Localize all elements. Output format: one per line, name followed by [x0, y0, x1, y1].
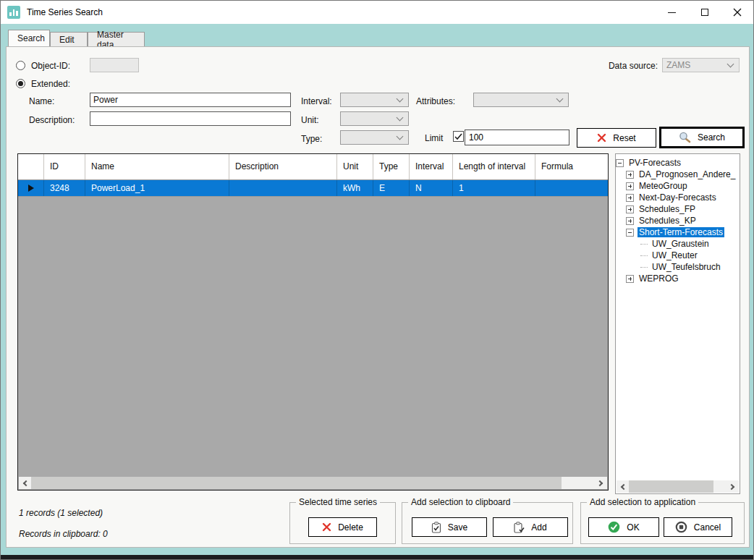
- group-selected-time-series: Selected time series Delete: [289, 502, 396, 544]
- tree-item[interactable]: Next-Day-Forecasts: [626, 192, 740, 203]
- table-row[interactable]: 3248 PowerLoad_1 kWh E N 1: [18, 180, 608, 197]
- limit-spinner[interactable]: [465, 130, 569, 145]
- tree-item[interactable]: UW_Graustein: [640, 238, 740, 250]
- close-button[interactable]: [721, 1, 753, 24]
- tree-item[interactable]: Schedules_KP: [626, 215, 740, 226]
- clipboard-status: Records in clipboard: 0: [19, 529, 108, 539]
- cancel-label: Cancel: [694, 522, 721, 533]
- tree-item[interactable]: Schedules_FP: [626, 203, 740, 215]
- unit-label: Unit:: [301, 115, 319, 125]
- expand-icon[interactable]: [626, 217, 634, 225]
- tree-item[interactable]: DA_Prognosen_Andere_: [626, 169, 740, 180]
- name-label: Name:: [29, 96, 54, 106]
- extended-radio[interactable]: [16, 79, 25, 88]
- add-label: Add: [531, 522, 546, 533]
- scroll-right-icon[interactable]: [595, 477, 607, 489]
- cell-length-of-interval: 1: [453, 180, 535, 196]
- tab-edit[interactable]: Edit: [50, 32, 88, 46]
- search-tab-page: Object-ID: Data source: ZAMS Extended: N…: [6, 46, 750, 548]
- column-header-description[interactable]: Description: [229, 154, 337, 179]
- data-source-value: ZAMS: [666, 60, 690, 70]
- tree-item[interactable]: MeteoGroup: [626, 180, 740, 192]
- group-add-to-application: Add selection to application OK Cancel: [580, 502, 745, 544]
- green-check-circle-icon: [608, 521, 620, 533]
- tab-edit-label: Edit: [59, 35, 75, 45]
- maximize-icon: [701, 9, 708, 16]
- data-source-label: Data source:: [606, 61, 658, 71]
- type-combo: [340, 130, 409, 145]
- name-input[interactable]: [90, 93, 291, 107]
- red-x-icon: [597, 133, 606, 143]
- limit-checkbox[interactable]: [453, 131, 464, 142]
- tree-item-label: Schedules_KP: [637, 216, 698, 226]
- maximize-button[interactable]: [688, 1, 721, 24]
- chevron-down-icon: [556, 95, 564, 102]
- scrollbar-thumb[interactable]: [629, 480, 713, 493]
- tree-item[interactable]: UW_Reuter: [640, 250, 740, 261]
- column-header-name[interactable]: Name: [85, 154, 229, 179]
- save-button[interactable]: Save: [412, 517, 487, 537]
- tree-item-label: UW_Graustein: [651, 239, 711, 249]
- limit-value-input[interactable]: [465, 130, 585, 145]
- column-header-length-of-interval[interactable]: Length of interval: [453, 154, 535, 179]
- reset-label: Reset: [613, 133, 635, 143]
- tab-search[interactable]: Search: [8, 30, 50, 46]
- column-header-formula[interactable]: Formula: [535, 154, 608, 179]
- attributes-combo: [473, 93, 569, 107]
- cell-description: [229, 180, 337, 196]
- ok-button[interactable]: OK: [588, 517, 659, 537]
- scroll-right-icon[interactable]: [727, 480, 739, 493]
- app-bar-chart-icon: [7, 6, 20, 19]
- tree-item-label: Short-Term-Forecasts: [637, 227, 724, 237]
- expand-icon[interactable]: [626, 275, 634, 283]
- scroll-left-icon[interactable]: [19, 477, 31, 489]
- collapse-icon[interactable]: [626, 229, 634, 237]
- description-input[interactable]: [90, 111, 291, 126]
- grid-header-row: ID Name Description Unit Type Interval L…: [18, 154, 608, 180]
- object-id-radio[interactable]: [16, 61, 25, 70]
- search-label: Search: [698, 132, 725, 143]
- records-status: 1 records (1 selected): [19, 508, 103, 518]
- interval-label: Interval:: [301, 96, 332, 106]
- collapse-icon[interactable]: [616, 159, 624, 167]
- expand-icon[interactable]: [626, 205, 634, 213]
- reset-button[interactable]: Reset: [577, 128, 656, 148]
- minimize-button[interactable]: [656, 1, 688, 24]
- red-x-icon: [322, 522, 331, 532]
- search-button[interactable]: Search: [659, 127, 745, 148]
- tree-item[interactable]: PV-Forecasts: [616, 157, 740, 169]
- header-row-selector: [18, 154, 44, 179]
- column-header-type[interactable]: Type: [373, 154, 410, 179]
- column-header-unit[interactable]: Unit: [337, 154, 373, 179]
- expand-icon[interactable]: [626, 182, 634, 190]
- data-source-combo: ZAMS: [662, 58, 740, 72]
- row-selector[interactable]: [18, 180, 44, 196]
- attributes-label: Attributes:: [416, 96, 455, 106]
- scrollbar-thumb[interactable]: [31, 477, 562, 489]
- tree-connector: [640, 244, 648, 245]
- scroll-left-icon[interactable]: [617, 480, 629, 493]
- tree-item-label: PV-Forecasts: [627, 158, 682, 168]
- current-row-arrow-icon: [28, 184, 34, 192]
- delete-button[interactable]: Delete: [308, 517, 377, 537]
- grid-horizontal-scrollbar[interactable]: [19, 477, 607, 489]
- time-series-search-window: Time Series Search Search Edit Master da…: [0, 0, 754, 560]
- group-title: Add selection to application: [587, 497, 698, 507]
- add-button[interactable]: Add: [493, 517, 568, 537]
- expand-icon[interactable]: [626, 194, 634, 202]
- tree-item-selected[interactable]: Short-Term-Forecasts: [626, 226, 740, 238]
- tree-item[interactable]: UW_Teufelsbruch: [640, 261, 740, 273]
- tree-horizontal-scrollbar[interactable]: [617, 480, 739, 493]
- group-title: Add selection to clipboard: [408, 497, 513, 507]
- tree-item[interactable]: WEPROG: [626, 273, 740, 284]
- interval-combo: [340, 93, 409, 107]
- cancel-button[interactable]: Cancel: [664, 517, 732, 537]
- background-window-strip: [1, 555, 753, 559]
- tab-master-data[interactable]: Master data: [88, 32, 145, 46]
- expand-icon[interactable]: [626, 171, 634, 179]
- column-header-id[interactable]: ID: [44, 154, 85, 179]
- column-header-interval[interactable]: Interval: [410, 154, 453, 179]
- close-icon: [733, 8, 742, 17]
- cell-name: PowerLoad_1: [85, 180, 229, 196]
- group-add-to-clipboard: Add selection to clipboard Save Add: [402, 502, 573, 544]
